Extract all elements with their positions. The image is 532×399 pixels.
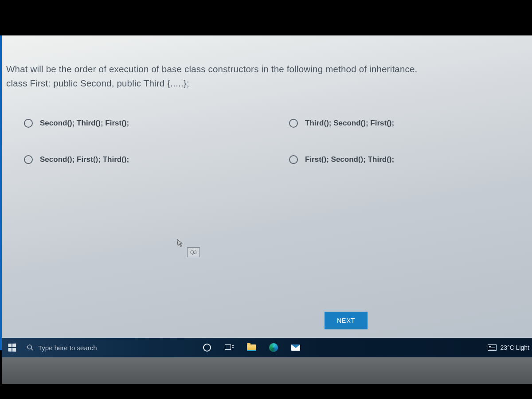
search-placeholder: Type here to search [38,344,97,352]
mouse-cursor-icon [176,238,185,250]
weather-text: 23°C Light [500,344,529,351]
option-b[interactable]: Third(); Second(); First(); [289,119,519,128]
svg-line-1 [31,348,33,350]
windows-logo-icon [8,344,16,352]
mail-icon [291,344,300,351]
option-b-label: Third(); Second(); First(); [305,119,394,128]
mail-app-button[interactable] [286,338,306,357]
question-number-badge: Q3 [187,247,200,257]
taskbar-pinned-apps [197,338,306,357]
option-d[interactable]: First(); Second(); Third(); [289,155,519,164]
edge-browser-button[interactable] [263,338,284,357]
cortana-icon [203,344,211,352]
news-icon [488,344,497,351]
radio-icon [24,155,33,164]
option-a[interactable]: Second(); Third(); First(); [24,119,254,128]
question-text-line1: What will be the order of execution of b… [6,62,528,76]
start-button[interactable] [2,338,22,357]
folder-icon [247,344,256,351]
system-tray[interactable]: 23°C Light [488,338,532,357]
search-icon [27,344,34,351]
next-button[interactable]: NEXT [325,312,368,329]
option-d-label: First(); Second(); Third(); [305,155,394,164]
black-bezel-top [0,0,532,35]
file-explorer-button[interactable] [241,338,262,357]
radio-icon [289,119,298,128]
quiz-window: What will be the order of execution of b… [0,35,532,350]
windows-taskbar: Type here to search 23°C Light [2,338,532,357]
options-grid: Second(); Third(); First(); Third(); Sec… [2,90,532,164]
task-view-button[interactable] [219,338,239,357]
option-c-label: Second(); First(); Third(); [40,155,129,164]
question-text-line2: class First: public Second, public Third… [6,76,528,90]
edge-icon [269,343,278,352]
option-c[interactable]: Second(); First(); Third(); [24,155,254,164]
option-a-label: Second(); Third(); First(); [40,119,129,128]
svg-point-0 [27,345,31,349]
desk-surface [2,357,532,384]
question-block: What will be the order of execution of b… [2,35,532,90]
cortana-button[interactable] [197,338,217,357]
radio-icon [24,119,33,128]
taskbar-search[interactable]: Type here to search [22,338,195,357]
radio-icon [289,155,298,164]
task-view-icon [225,344,234,351]
